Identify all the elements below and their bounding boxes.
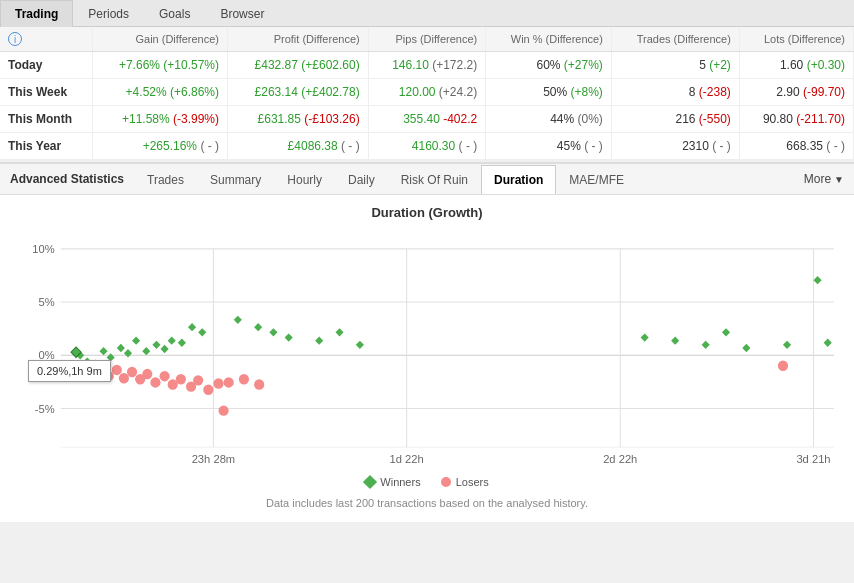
svg-text:10%: 10% [32,243,54,255]
svg-marker-36 [285,333,293,341]
svg-point-49 [81,369,91,379]
row-label-year: This Year [0,133,93,160]
winner-diamond-icon [363,475,377,489]
cell-profit-month: £631.85 (-£103.26) [228,106,369,133]
col-header-lots: Lots (Difference) [739,27,853,52]
cell-profit-today: £432.87 (+£602.60) [228,52,369,79]
svg-point-64 [203,385,213,395]
legend-losers: Losers [441,476,489,488]
svg-marker-31 [188,323,196,331]
svg-marker-40 [722,328,730,336]
cell-win-today: 60% (+27%) [486,52,612,79]
svg-marker-20 [100,347,108,355]
tab-trades[interactable]: Trades [134,165,197,194]
svg-text:1d 22h: 1d 22h [390,453,424,465]
info-icon[interactable]: i [8,32,22,46]
svg-point-61 [176,374,186,384]
svg-marker-45 [315,337,323,345]
svg-point-57 [142,369,152,379]
cell-gain-week: +4.52% (+6.86%) [93,79,228,106]
cell-win-year: 45% ( - ) [486,133,612,160]
tab-mae-mfe[interactable]: MAE/MFE [556,165,637,194]
chart-svg: 10% 5% 0% -5% 23h 28m 1d 22h 2d 22h 3d 2… [10,228,844,468]
svg-marker-39 [702,341,710,349]
cell-lots-today: 1.60 (+0.30) [739,52,853,79]
svg-marker-42 [783,341,791,349]
cell-trades-week: 8 (-238) [611,79,739,106]
svg-marker-33 [234,316,242,324]
svg-marker-25 [142,347,150,355]
cell-gain-today: +7.66% (+10.57%) [93,52,228,79]
tab-periods[interactable]: Periods [73,0,144,27]
svg-marker-34 [254,323,262,331]
svg-point-67 [239,374,249,384]
tab-daily[interactable]: Daily [335,165,388,194]
svg-point-52 [104,371,114,381]
cell-gain-month: +11.58% (-3.99%) [93,106,228,133]
tab-hourly[interactable]: Hourly [274,165,335,194]
col-header-label: i [0,27,93,52]
adv-tabs: Trades Summary Hourly Daily Risk Of Ruin… [134,165,794,194]
svg-text:-5%: -5% [35,403,55,415]
svg-text:23h 28m: 23h 28m [192,453,236,465]
col-header-gain: Gain (Difference) [93,27,228,52]
svg-marker-38 [671,337,679,345]
svg-point-58 [150,377,160,387]
svg-marker-47 [356,341,364,349]
row-label-week: This Week [0,79,93,106]
svg-text:0%: 0% [39,349,55,361]
svg-marker-32 [198,328,206,336]
cell-win-week: 50% (+8%) [486,79,612,106]
svg-point-65 [213,378,223,388]
tab-risk-of-ruin[interactable]: Risk Of Ruin [388,165,481,194]
adv-stats-header: Advanced Statistics Trades Summary Hourl… [0,164,854,195]
chart-area: Duration (Growth) 0.29%,1h 9m [0,195,854,522]
cell-profit-week: £263.14 (+£402.78) [228,79,369,106]
advanced-stats-section: Advanced Statistics Trades Summary Hourl… [0,162,854,522]
cell-pips-week: 120.00 (+24.2) [368,79,486,106]
svg-point-69 [219,405,229,415]
cell-lots-week: 2.90 (-99.70) [739,79,853,106]
svg-point-70 [778,361,788,371]
losers-label: Losers [456,476,489,488]
more-button[interactable]: More ▼ [794,166,854,192]
chart-footer: Data includes last 200 transactions base… [10,492,844,517]
svg-point-68 [254,379,264,389]
svg-marker-43 [813,276,821,284]
col-header-win: Win % (Difference) [486,27,612,52]
svg-marker-23 [124,349,132,357]
adv-stats-title: Advanced Statistics [0,164,134,194]
svg-text:2d 22h: 2d 22h [603,453,637,465]
table-row: Today +7.66% (+10.57%) £432.87 (+£602.60… [0,52,854,79]
tab-summary[interactable]: Summary [197,165,274,194]
tab-duration[interactable]: Duration [481,165,556,194]
svg-point-55 [127,367,137,377]
cell-trades-year: 2310 ( - ) [611,133,739,160]
svg-text:5%: 5% [39,296,55,308]
cell-pips-year: 4160.30 ( - ) [368,133,486,160]
col-header-profit: Profit (Difference) [228,27,369,52]
row-label-month: This Month [0,106,93,133]
tab-goals[interactable]: Goals [144,0,205,27]
loser-circle-icon [441,477,451,487]
svg-point-59 [160,371,170,381]
svg-point-54 [119,373,129,383]
stats-table: i Gain (Difference) Profit (Difference) … [0,27,854,160]
svg-marker-24 [132,337,140,345]
chart-title: Duration (Growth) [10,205,844,220]
legend-winners: Winners [365,476,420,488]
svg-point-53 [112,365,122,375]
cell-win-month: 44% (0%) [486,106,612,133]
svg-marker-22 [117,344,125,352]
cell-trades-today: 5 (+2) [611,52,739,79]
svg-point-63 [193,375,203,385]
tab-trading[interactable]: Trading [0,0,73,27]
col-header-pips: Pips (Difference) [368,27,486,52]
tab-browser[interactable]: Browser [205,0,279,27]
cell-pips-month: 355.40 -402.2 [368,106,486,133]
svg-text:3d 21h: 3d 21h [796,453,830,465]
svg-marker-26 [152,341,160,349]
top-nav: Trading Periods Goals Browser [0,0,854,27]
svg-marker-27 [161,345,169,353]
svg-marker-21 [107,353,115,361]
